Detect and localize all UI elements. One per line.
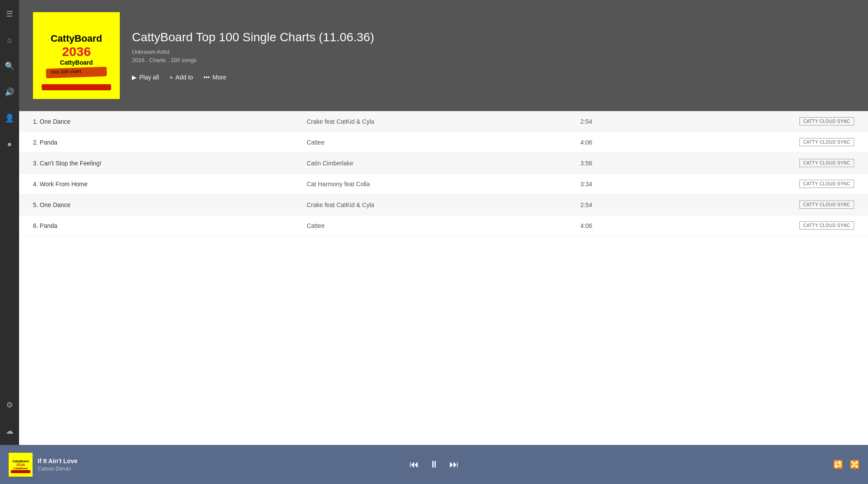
track-row[interactable]: 3. Can't Stop the Feeling! Catin Cimberl… xyxy=(19,153,868,174)
more-label: More xyxy=(213,74,227,81)
player-extras: 🔁 🔀 xyxy=(576,460,859,469)
player-track-info: If It Ain't Love Catson Derulo xyxy=(38,458,77,472)
album-art-brush2 xyxy=(42,84,111,90)
track-duration: 4:06 xyxy=(580,222,717,229)
track-duration: 2:54 xyxy=(580,118,717,125)
catty-cloud-sync-badge: CATTY CLOUD SYNC xyxy=(799,138,854,146)
album-meta: 2016 . Charts . 100 songs xyxy=(132,57,374,63)
track-artist: Crake feat CatKid & Cyla xyxy=(307,118,581,125)
catty-cloud-sync-badge: CATTY CLOUD SYNC xyxy=(799,180,854,188)
catty-cloud-sync-badge: CATTY CLOUD SYNC xyxy=(799,201,854,209)
track-badge-container: CATTY CLOUD SYNC xyxy=(717,117,854,125)
track-badge-container: CATTY CLOUD SYNC xyxy=(717,138,854,146)
track-number-title: 2. Panda xyxy=(33,139,307,146)
track-list: 1. One Dance Crake feat CatKid & Cyla 2:… xyxy=(19,111,868,445)
menu-icon[interactable]: ☰ xyxy=(3,7,16,21)
more-button[interactable]: ••• More xyxy=(204,74,227,81)
catty-cloud-sync-badge: CATTY CLOUD SYNC xyxy=(799,159,854,167)
track-number-title: 5. One Dance xyxy=(33,201,307,208)
player-bar: CattyBoard 2036 CattyBoard If It Ain't L… xyxy=(0,445,868,484)
player-controls: ⏮ ⏸ ⏭ xyxy=(292,459,575,470)
settings-icon[interactable]: ⚙ xyxy=(3,398,16,412)
track-badge-container: CATTY CLOUD SYNC xyxy=(717,201,854,209)
album-art-year: 2036 xyxy=(62,44,91,59)
catty-cloud-sync-badge: CATTY CLOUD SYNC xyxy=(799,221,854,230)
track-badge-container: CATTY CLOUD SYNC xyxy=(717,159,854,167)
player-thumb-title: CattyBoard xyxy=(13,460,29,463)
user-icon[interactable]: 👤 xyxy=(3,111,16,125)
home-icon[interactable]: ⌂ xyxy=(3,33,16,47)
track-artist: Cat Harmony feat Colla xyxy=(307,181,581,188)
volume-icon[interactable]: 🔊 xyxy=(3,85,16,99)
track-number-title: 3. Can't Stop the Feeling! xyxy=(33,160,307,167)
header-actions: ▶ Play all + Add to ••• More xyxy=(132,74,374,81)
track-row[interactable]: 6. Panda Cattee 4:06 CATTY CLOUD SYNC xyxy=(19,215,868,236)
player-now-playing: CattyBoard 2036 CattyBoard If It Ain't L… xyxy=(9,453,292,477)
spotify-icon[interactable]: ● xyxy=(3,137,16,151)
album-art: CattyBoard 2036 CattyBoard Hot 100 chart xyxy=(33,12,120,99)
album-art-subtitle: CattyBoard xyxy=(60,59,92,66)
add-to-button[interactable]: + Add to xyxy=(169,74,193,81)
track-duration: 3:56 xyxy=(580,160,717,167)
play-icon: ▶ xyxy=(132,74,137,81)
main-content: CattyBoard 2036 CattyBoard Hot 100 chart… xyxy=(19,0,868,445)
track-artist: Cattee xyxy=(307,139,581,146)
play-all-button[interactable]: ▶ Play all xyxy=(132,74,159,81)
ellipsis-icon: ••• xyxy=(204,74,210,81)
track-artist: Catin Cimberlake xyxy=(307,160,581,167)
album-art-brush: Hot 100 chart xyxy=(46,67,107,79)
album-header: CattyBoard 2036 CattyBoard Hot 100 chart… xyxy=(19,0,868,111)
player-thumb-brush xyxy=(11,470,30,473)
soundcloud-icon[interactable]: ☁ xyxy=(3,424,16,438)
player-thumb-year: 2036 xyxy=(16,463,25,467)
album-art-hot: Hot 100 chart xyxy=(51,69,82,75)
track-number-title: 4. Work From Home xyxy=(33,181,307,188)
track-row[interactable]: 5. One Dance Crake feat CatKid & Cyla 2:… xyxy=(19,194,868,215)
pause-button[interactable]: ⏸ xyxy=(429,459,439,470)
track-row[interactable]: 1. One Dance Crake feat CatKid & Cyla 2:… xyxy=(19,111,868,132)
track-artist: Cattee xyxy=(307,222,581,229)
track-row[interactable]: 2. Panda Cattee 4:06 CATTY CLOUD SYNC xyxy=(19,132,868,153)
search-icon[interactable]: 🔍 xyxy=(3,59,16,73)
track-number-title: 1. One Dance xyxy=(33,118,307,125)
prev-button[interactable]: ⏮ xyxy=(409,459,419,470)
next-button[interactable]: ⏭ xyxy=(449,459,459,470)
album-artist: Unknown Artist xyxy=(132,49,374,55)
track-row[interactable]: 4. Work From Home Cat Harmony feat Colla… xyxy=(19,174,868,194)
track-duration: 4:06 xyxy=(580,139,717,146)
album-art-title: CattyBoard xyxy=(51,33,102,44)
sidebar: ☰ ⌂ 🔍 🔊 👤 ● ⚙ ☁ xyxy=(0,0,19,445)
track-duration: 2:54 xyxy=(580,201,717,208)
track-number-title: 6. Panda xyxy=(33,222,307,229)
track-duration: 3:34 xyxy=(580,181,717,188)
repeat-button[interactable]: 🔁 xyxy=(833,460,843,469)
catty-cloud-sync-badge: CATTY CLOUD SYNC xyxy=(799,117,854,125)
album-title: CattyBoard Top 100 Single Charts (11.06.… xyxy=(132,30,374,44)
track-artist: Crake feat CatKid & Cyla xyxy=(307,201,581,208)
player-track-artist: Catson Derulo xyxy=(38,466,77,472)
player-album-thumb: CattyBoard 2036 CattyBoard xyxy=(9,453,33,477)
player-thumb-subtitle: CattyBoard xyxy=(13,467,27,470)
header-info: CattyBoard Top 100 Single Charts (11.06.… xyxy=(132,30,374,81)
track-badge-container: CATTY CLOUD SYNC xyxy=(717,221,854,230)
plus-icon: + xyxy=(169,74,173,81)
add-to-label: Add to xyxy=(175,74,193,81)
shuffle-button[interactable]: 🔀 xyxy=(850,460,859,469)
player-track-name: If It Ain't Love xyxy=(38,458,77,464)
play-all-label: Play all xyxy=(139,74,159,81)
track-badge-container: CATTY CLOUD SYNC xyxy=(717,180,854,188)
